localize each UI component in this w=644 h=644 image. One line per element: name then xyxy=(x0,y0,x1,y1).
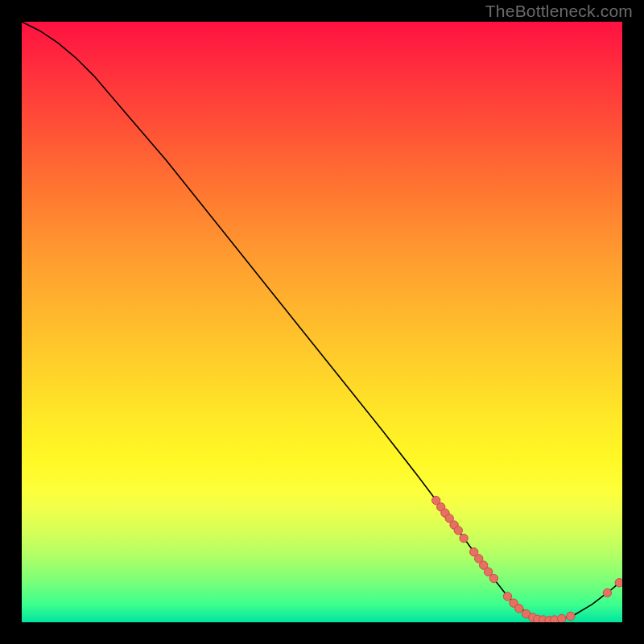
data-point xyxy=(615,579,622,587)
data-point xyxy=(603,588,611,597)
chart-container: TheBottleneck.com xyxy=(0,0,644,644)
bottleneck-curve xyxy=(22,22,622,620)
chart-svg xyxy=(22,22,622,622)
data-point xyxy=(515,605,523,613)
data-point xyxy=(558,614,566,622)
watermark-text: TheBottleneck.com xyxy=(485,2,633,21)
data-point xyxy=(454,526,462,535)
data-point xyxy=(489,574,497,582)
data-point xyxy=(460,534,468,542)
data-point xyxy=(503,592,511,601)
data-point xyxy=(567,612,575,620)
